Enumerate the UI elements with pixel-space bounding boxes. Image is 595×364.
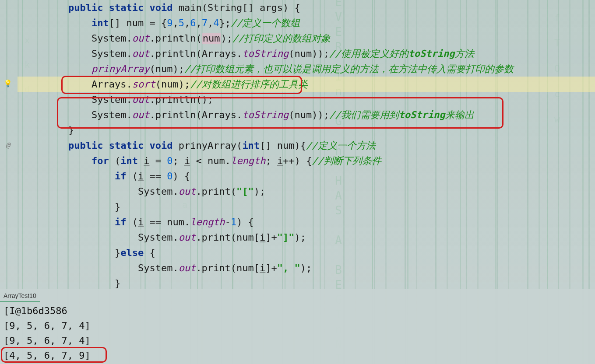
code-token: ", " (277, 262, 300, 273)
intention-bulb-icon[interactable]: 💡 (4, 79, 12, 88)
code-token: [] num = { (109, 18, 167, 28)
console-line: [4, 5, 6, 7, 9] (4, 348, 591, 363)
code-line[interactable]: } (18, 122, 595, 138)
code-token: //我们需要用到 (329, 109, 399, 120)
code-token: static (109, 2, 144, 13)
code-line[interactable]: public static void prinyArray(int[] num)… (18, 138, 595, 153)
code-line[interactable]: System.out.print("["); (18, 184, 595, 199)
code-token: out (132, 48, 150, 59)
code-token: i (260, 262, 265, 273)
code-token: for (92, 155, 109, 166)
code-token: ; (173, 155, 184, 166)
code-token: 7 (202, 18, 208, 28)
code-token: ( (126, 217, 138, 228)
code-line[interactable]: System.out.println(Arrays.toString(num))… (18, 46, 595, 61)
code-editor[interactable]: 💡 @ public static void main(String[] arg… (0, 0, 595, 289)
code-line[interactable]: public static void main(String[] args) { (18, 0, 595, 15)
run-tool-window: ArrayTest10 [I@1b6d3586[9, 5, 6, 7, 4][9… (0, 289, 595, 364)
code-token: = (149, 155, 167, 166)
code-token: out (132, 33, 150, 44)
code-token: //打印数组元素，也可以说是调用定义的方法，在方法中传入需要打印的参数 (184, 63, 514, 74)
code-token: System. (92, 94, 132, 105)
code-token (144, 140, 149, 151)
code-token: ); (221, 33, 232, 44)
code-line[interactable]: int[] num = {9,5,6,7,4};//定义一个数组 (18, 15, 595, 31)
code-line[interactable]: System.out.println(); (18, 92, 595, 107)
code-token: if (115, 171, 127, 182)
code-token: toString (242, 48, 289, 59)
code-token: 来输出 (445, 109, 474, 120)
code-line[interactable]: prinyArray(num);//打印数组元素，也可以说是调用定义的方法，在方… (18, 61, 595, 77)
code-token: toString (399, 109, 445, 120)
code-token: System. (138, 186, 179, 197)
code-token (144, 2, 149, 13)
code-token: ++) { (283, 155, 312, 166)
code-token: == (144, 171, 167, 182)
code-token: i (277, 155, 283, 166)
code-token: prinyArray (92, 63, 149, 74)
code-token: .println( (149, 33, 201, 44)
code-token: == num. (144, 217, 190, 228)
code-token: i (138, 217, 144, 228)
code-token: System. (92, 33, 132, 44)
code-token: 1 (231, 217, 236, 228)
code-line[interactable]: if (i == 0) { (18, 168, 595, 184)
run-config-tab[interactable]: ArrayTest10 (0, 291, 40, 302)
code-token: //定义一个方法 (306, 140, 376, 151)
code-line[interactable]: }else { (18, 245, 595, 260)
code-token: ; (265, 155, 277, 166)
code-token: .print( (196, 186, 236, 197)
code-token: i (144, 155, 149, 166)
code-token: length (190, 217, 225, 228)
code-token: void (149, 2, 173, 13)
code-token: .println(); (149, 94, 213, 105)
code-token: } (115, 201, 120, 212)
code-line[interactable]: if (i == num.length-1) { (18, 214, 595, 230)
code-line[interactable]: System.out.println(Arrays.toString(num))… (18, 107, 595, 122)
code-token: out (179, 232, 196, 243)
code-line[interactable]: } (18, 199, 595, 214)
code-line[interactable]: Arrays.sort(num);//对数组进行排序的工具类 (18, 77, 595, 92)
code-line[interactable]: System.out.println(num);//打印定义的数组对象 (18, 31, 595, 46)
code-token: public (68, 2, 103, 13)
code-token: if (115, 217, 127, 228)
code-token: 0 (167, 155, 173, 166)
code-token: } (68, 125, 74, 136)
code-token: ]+ (265, 232, 277, 243)
code-token: } (115, 247, 120, 258)
code-token: toString (408, 48, 455, 59)
code-token: , (173, 18, 178, 28)
code-token: main(String[] args) { (173, 2, 300, 13)
code-token: } (115, 278, 120, 289)
code-line[interactable]: System.out.print(num[i]+", "); (18, 260, 595, 276)
code-token: sort (132, 79, 155, 90)
code-token: length (231, 155, 265, 166)
console-line: [9, 5, 6, 7, 4] (4, 318, 591, 333)
code-token: out (132, 94, 150, 105)
code-token: int (242, 140, 260, 151)
code-token: 9 (167, 18, 173, 28)
code-token: void (149, 140, 173, 151)
code-token: 方法 (455, 48, 474, 59)
console-output[interactable]: [I@1b6d3586[9, 5, 6, 7, 4][9, 5, 6, 7, 4… (0, 302, 595, 364)
code-token: //打印定义的数组对象 (232, 33, 331, 44)
code-token: //判断下列条件 (312, 155, 381, 166)
code-token: , (208, 18, 213, 28)
code-token: ) { (173, 171, 190, 182)
code-token: "]" (277, 232, 295, 243)
code-token: prinyArray( (173, 140, 242, 151)
code-token: (num); (149, 63, 184, 74)
override-marker-icon[interactable]: @ (4, 141, 12, 150)
code-line[interactable]: for (int i = 0; i < num.length; i++) {//… (18, 153, 595, 168)
code-token: System. (138, 232, 179, 243)
code-token: < num. (190, 155, 231, 166)
code-content[interactable]: public static void main(String[] args) {… (18, 0, 595, 291)
code-line[interactable]: System.out.print(num[i]+"]"); (18, 230, 595, 245)
code-token: ( (126, 171, 138, 182)
code-token (103, 2, 109, 13)
code-token: //定义一个数组 (231, 18, 300, 28)
code-token: static (109, 140, 144, 151)
editor-gutter: 💡 @ (0, 0, 18, 289)
code-token (103, 140, 109, 151)
code-token: [] num){ (260, 140, 306, 151)
